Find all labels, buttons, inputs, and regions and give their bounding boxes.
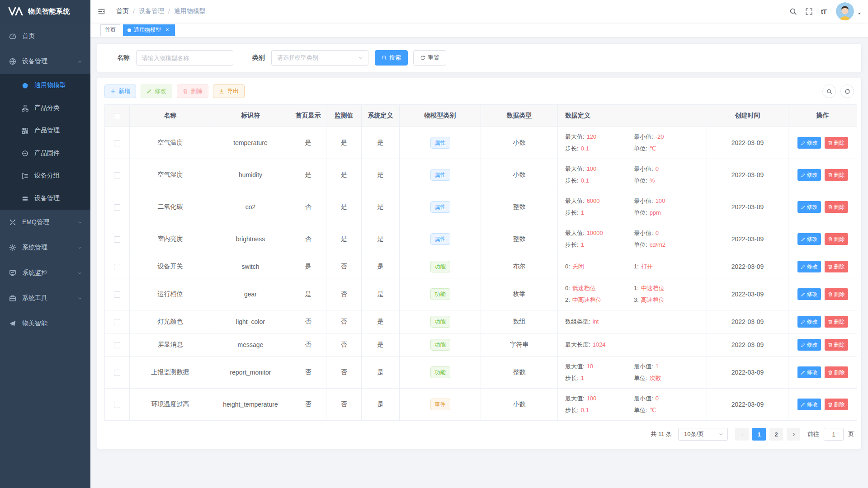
sidebar-item-home[interactable]: 首页 <box>0 23 90 49</box>
row-edit-button[interactable]: 修改 <box>797 233 821 245</box>
breadcrumb-item: 通用物模型 <box>174 7 206 15</box>
definition-value: ppm <box>650 209 661 216</box>
add-button[interactable]: 新增 <box>104 84 136 98</box>
row-delete-button[interactable]: 删除 <box>825 288 848 300</box>
delete-button[interactable]: 删除 <box>177 84 208 98</box>
sidebar-item-device-management[interactable]: 设备管理 <box>0 49 90 74</box>
refresh-table-icon[interactable] <box>840 84 854 98</box>
cell-home-display: 是 <box>290 159 326 191</box>
cell-data-definition: 最大值:10000最小值:0步长:1单位:cd/m2 <box>558 223 707 255</box>
sidebar-item-device-group[interactable]: 设备分组 <box>0 164 90 187</box>
definition-label: 单位: <box>634 375 647 381</box>
edit-button[interactable]: 修改 <box>141 84 172 98</box>
category-filter-label: 类别 <box>252 54 265 62</box>
header-checkbox-cell <box>105 105 130 127</box>
table-row: 上报监测数据report_monitor否否是功能整数最大值:10最小值:1步长… <box>105 357 857 389</box>
row-delete-button[interactable]: 删除 <box>825 399 848 410</box>
row-checkbox[interactable] <box>114 319 120 325</box>
globe-icon <box>9 58 16 65</box>
edit-icon <box>146 89 152 94</box>
sidebar-item-system-management[interactable]: 系统管理 <box>0 235 90 260</box>
row-checkbox[interactable] <box>114 204 120 211</box>
row-checkbox[interactable] <box>114 370 120 376</box>
next-page-button[interactable] <box>787 428 800 441</box>
name-filter-input[interactable] <box>136 50 233 66</box>
sidebar-item-device-list[interactable]: 设备管理 <box>0 187 90 210</box>
row-delete-button[interactable]: 删除 <box>825 366 848 378</box>
delete-icon <box>828 264 833 269</box>
breadcrumb-item[interactable]: 首页 <box>116 7 129 15</box>
fullscreen-icon[interactable] <box>801 8 817 15</box>
app-logo[interactable]: 物美智能系统 <box>0 0 90 23</box>
row-delete-button[interactable]: 删除 <box>825 261 848 272</box>
definition-value: 100 <box>587 165 597 172</box>
export-button[interactable]: 导出 <box>213 84 245 98</box>
table-row: 灯光颜色light_color否否是功能数组数组类型:int2022-03-09… <box>105 310 857 333</box>
row-edit-button[interactable]: 修改 <box>797 288 821 300</box>
delete-icon <box>828 292 833 297</box>
cell-system-defined: 是 <box>362 357 400 389</box>
tab-通用物模型[interactable]: 通用物模型× <box>123 24 175 36</box>
data-definition-line: 步长:0.1单位:% <box>565 176 703 185</box>
row-edit-button[interactable]: 修改 <box>797 339 821 351</box>
row-delete-button[interactable]: 删除 <box>825 339 848 351</box>
row-edit-label: 修改 <box>807 341 818 349</box>
row-checkbox[interactable] <box>114 236 120 243</box>
row-edit-button[interactable]: 修改 <box>797 137 821 149</box>
page-button-1[interactable]: 1 <box>752 428 766 441</box>
row-checkbox[interactable] <box>114 402 120 408</box>
row-checkbox[interactable] <box>114 291 120 298</box>
row-edit-label: 修改 <box>807 369 818 376</box>
sidebar-item-product-category[interactable]: 产品分类 <box>0 97 90 119</box>
row-edit-button[interactable]: 修改 <box>797 169 821 181</box>
cell-data-definition: 最大值:6000最小值:100步长:1单位:ppm <box>558 191 707 223</box>
goto-page-input[interactable] <box>824 428 844 441</box>
row-edit-button[interactable]: 修改 <box>797 201 821 213</box>
cell-category: 事件 <box>400 389 481 421</box>
row-edit-button[interactable]: 修改 <box>797 316 821 328</box>
sidebar-item-thing-model[interactable]: 通用物模型 <box>0 74 90 97</box>
search-button[interactable]: 搜索 <box>375 50 408 66</box>
row-checkbox[interactable] <box>114 342 120 348</box>
cell-category: 功能 <box>400 357 481 389</box>
row-delete-button[interactable]: 删除 <box>825 201 848 213</box>
sidebar-item-product-management[interactable]: 产品管理 <box>0 119 90 142</box>
row-edit-button[interactable]: 修改 <box>797 399 821 410</box>
row-edit-label: 修改 <box>807 318 818 326</box>
table-row: 室内亮度brightness否是是属性整数最大值:10000最小值:0步长:1单… <box>105 223 857 255</box>
row-checkbox[interactable] <box>114 140 120 146</box>
data-definition-pair: 单位:ppm <box>634 208 661 217</box>
row-delete-button[interactable]: 删除 <box>825 169 848 181</box>
select-all-checkbox[interactable] <box>114 113 120 119</box>
row-edit-button[interactable]: 修改 <box>797 261 821 272</box>
sidebar-item-wumei-smart[interactable]: 物美智能 <box>0 311 90 336</box>
row-edit-button[interactable]: 修改 <box>797 366 821 378</box>
grid-icon <box>22 127 28 134</box>
sidebar-item-system-tools[interactable]: 系统工具 <box>0 286 90 311</box>
cell-home-display: 否 <box>290 389 326 421</box>
tab-close-icon[interactable]: × <box>164 27 170 33</box>
row-checkbox[interactable] <box>114 264 120 270</box>
toggle-search-icon[interactable] <box>822 84 836 98</box>
sidebar-item-emq-management[interactable]: EMQ管理 <box>0 210 90 235</box>
row-checkbox[interactable] <box>114 172 120 178</box>
tab-首页[interactable]: 首页 <box>100 24 120 36</box>
delete-icon <box>828 237 833 242</box>
reset-button[interactable]: 重置 <box>413 50 446 66</box>
cell-system-defined: 是 <box>362 333 400 357</box>
sidebar-toggle-icon[interactable] <box>90 8 113 15</box>
row-delete-button[interactable]: 删除 <box>825 316 848 328</box>
row-delete-button[interactable]: 删除 <box>825 233 848 245</box>
row-delete-button[interactable]: 删除 <box>825 137 848 149</box>
sidebar-item-product-firmware[interactable]: 产品固件 <box>0 142 90 164</box>
user-avatar[interactable] <box>836 2 862 20</box>
data-definition-pair: 步长:1 <box>565 374 634 383</box>
header-search-icon[interactable] <box>785 8 801 15</box>
prev-page-button[interactable] <box>735 428 749 441</box>
delete-icon <box>828 141 833 145</box>
category-filter-select[interactable]: 请选择模型类别 <box>271 50 368 66</box>
page-button-2[interactable]: 2 <box>769 428 783 441</box>
sidebar-item-system-monitor[interactable]: 系统监控 <box>0 260 90 286</box>
page-size-select[interactable]: 10条/页 <box>678 428 728 441</box>
font-size-icon[interactable]: tT <box>817 8 830 15</box>
